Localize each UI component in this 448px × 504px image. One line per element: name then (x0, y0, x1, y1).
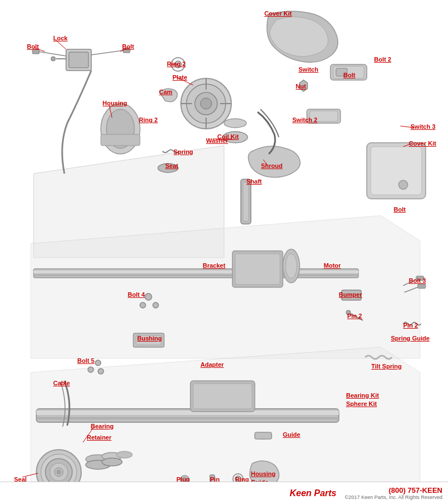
label-cam[interactable]: Cam (159, 88, 172, 95)
svg-rect-7 (32, 49, 39, 54)
label-shaft[interactable]: Shaft (246, 178, 262, 185)
label-tilt-spring[interactable]: Tilt Spring (371, 363, 402, 370)
svg-rect-36 (243, 182, 249, 221)
label-spring-guide[interactable]: Spring Guide (391, 335, 430, 342)
label-housing[interactable]: Housing (102, 100, 127, 106)
svg-point-65 (98, 368, 104, 374)
label-bolt2-right[interactable]: Bolt 2 (374, 56, 391, 63)
label-bolt-lower-right[interactable]: Bolt (394, 206, 405, 213)
label-bolt5[interactable]: Bolt 5 (77, 357, 95, 364)
label-bearing-kit[interactable]: Bearing Kit (346, 392, 379, 399)
label-bolt4[interactable]: Bolt 4 (128, 291, 145, 298)
svg-point-47 (140, 302, 146, 308)
svg-point-71 (57, 470, 60, 474)
label-cable[interactable]: Cable (53, 380, 70, 386)
label-seat[interactable]: Seat (165, 162, 178, 169)
label-bolt-right[interactable]: Bolt (343, 72, 355, 78)
label-lock[interactable]: Lock (53, 35, 68, 41)
svg-rect-12 (101, 134, 140, 146)
label-plate[interactable]: Plate (172, 74, 187, 81)
label-ring2-2[interactable]: Ring 2 (139, 116, 158, 123)
svg-point-63 (95, 360, 101, 366)
label-bolt3[interactable]: Bolt 3 (409, 277, 426, 284)
label-bumper[interactable]: Bumper (339, 291, 362, 298)
label-switch2[interactable]: Switch 2 (292, 116, 318, 123)
svg-point-64 (88, 367, 94, 372)
label-sphere-kit[interactable]: Sphere Kit (346, 400, 377, 407)
label-guide[interactable]: Guide (283, 431, 300, 438)
label-bolt-tr[interactable]: Bolt (122, 43, 134, 50)
label-pin2-right[interactable]: Pin 2 (347, 312, 362, 319)
svg-rect-33 (371, 147, 422, 195)
label-ring2[interactable]: Ring 2 (167, 60, 186, 67)
label-bracket[interactable]: Bracket (203, 262, 225, 269)
copyright: ©2017 Keen Parts, Inc. All Rights Reserv… (345, 494, 442, 500)
label-switch3[interactable]: Switch 3 (410, 123, 436, 130)
svg-point-19 (200, 98, 212, 109)
svg-point-44 (286, 254, 297, 278)
svg-rect-78 (255, 432, 272, 439)
svg-point-46 (153, 302, 158, 308)
label-nut[interactable]: Nut (296, 83, 306, 90)
parts-diagram-svg (0, 0, 448, 482)
label-shroud[interactable]: Shroud (261, 162, 283, 169)
label-adapter[interactable]: Adapter (200, 361, 224, 368)
label-retainer[interactable]: Retainer (87, 434, 111, 441)
label-washer[interactable]: Washer (206, 137, 228, 144)
svg-rect-39 (34, 270, 358, 273)
svg-rect-59 (36, 410, 339, 415)
svg-point-45 (145, 293, 152, 300)
phone-number: (800) 757-KEEN (389, 486, 442, 494)
label-housing-guide[interactable]: Housing (251, 470, 276, 477)
svg-point-5 (51, 57, 55, 61)
label-bearing[interactable]: Bearing (91, 423, 114, 430)
svg-rect-40 (34, 274, 358, 276)
label-bushing[interactable]: Bushing (137, 335, 162, 342)
label-cover-kit-top[interactable]: Cover Kit (264, 10, 292, 17)
footer: Keen Parts (800) 757-KEEN ©2017 Keen Par… (0, 482, 448, 504)
label-switch-top[interactable]: Switch (298, 66, 318, 73)
label-spring[interactable]: Spring (174, 148, 193, 155)
label-motor[interactable]: Motor (324, 262, 341, 269)
svg-point-34 (399, 180, 408, 189)
svg-rect-42 (235, 254, 280, 284)
label-pin2-far[interactable]: Pin 2 (403, 322, 418, 329)
diagram-container: LockBoltBoltCover KitBolt 2Ring 2SwitchB… (0, 0, 448, 504)
label-cover-kit-right[interactable]: Cover Kit (409, 140, 436, 147)
svg-rect-62 (193, 384, 252, 409)
logo: Keen Parts (290, 488, 337, 498)
svg-point-24 (224, 119, 246, 128)
svg-point-75 (102, 458, 122, 466)
label-bolt-tl[interactable]: Bolt (27, 43, 39, 50)
svg-rect-51 (418, 284, 426, 288)
svg-rect-60 (36, 417, 339, 419)
svg-rect-3 (69, 52, 88, 68)
svg-point-76 (116, 451, 132, 458)
